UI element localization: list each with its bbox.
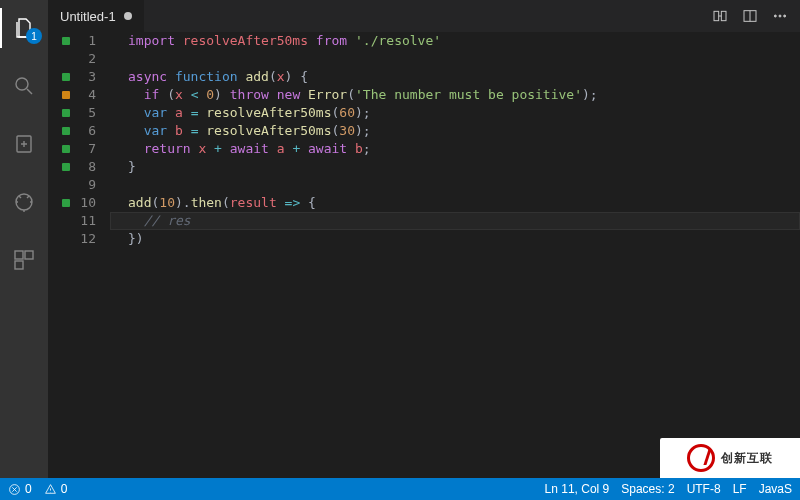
code-line[interactable]: return x + await a + await b; [128,140,800,158]
gutter-row: 1 [48,32,98,50]
tab-untitled[interactable]: Untitled-1 [48,0,145,32]
gutter-row: 8 [48,158,98,176]
tab-bar: Untitled-1 [48,0,800,32]
gutter-row: 5 [48,104,98,122]
files-badge: 1 [26,28,42,44]
svg-rect-7 [721,11,726,20]
status-encoding[interactable]: UTF-8 [687,482,721,496]
code-line[interactable]: import resolveAfter50ms from './resolve' [128,32,800,50]
line-number: 12 [78,230,96,248]
svg-point-0 [16,78,28,90]
svg-point-9 [774,15,776,17]
svg-rect-3 [15,251,23,259]
line-marker-icon [62,37,70,45]
gutter-row: 4 [48,86,98,104]
activity-search-icon[interactable] [0,66,48,106]
code-editor[interactable]: 123456789101112 import resolveAfter50ms … [48,32,800,478]
line-number: 9 [78,176,96,194]
line-marker-icon [62,109,70,117]
line-number: 5 [78,104,96,122]
svg-point-10 [779,15,781,17]
code-line[interactable]: var a = resolveAfter50ms(60); [128,104,800,122]
line-number: 8 [78,158,96,176]
current-line-highlight [110,212,800,230]
status-bar: 0 0 Ln 11, Col 9 Spaces: 2 UTF-8 LF Java… [0,478,800,500]
tab-dirty-dot-icon [124,12,132,20]
compare-changes-icon[interactable] [712,8,728,24]
line-number: 10 [78,194,96,212]
line-marker-icon [62,163,70,171]
line-number: 2 [78,50,96,68]
gutter-row: 6 [48,122,98,140]
status-language[interactable]: JavaS [759,482,792,496]
code-line[interactable]: } [128,158,800,176]
status-cursor[interactable]: Ln 11, Col 9 [545,482,610,496]
line-number: 11 [78,212,96,230]
activity-extensions-icon[interactable] [0,240,48,280]
code-line[interactable]: add(10).then(result => { [128,194,800,212]
code-line[interactable]: var b = resolveAfter50ms(30); [128,122,800,140]
line-marker-icon [62,91,70,99]
status-errors[interactable]: 0 [8,482,32,496]
svg-point-2 [16,194,32,210]
svg-rect-6 [714,11,719,20]
line-number: 1 [78,32,96,50]
line-number: 6 [78,122,96,140]
more-actions-icon[interactable] [772,8,788,24]
line-marker-icon [62,73,70,81]
watermark: 创新互联 [660,438,800,478]
watermark-logo-icon [687,444,715,472]
code-line[interactable]: }) [128,230,800,248]
code-line[interactable] [128,176,800,194]
svg-rect-4 [25,251,33,259]
gutter-row: 12 [48,230,98,248]
gutter-row: 7 [48,140,98,158]
tab-title: Untitled-1 [60,9,116,24]
svg-rect-5 [15,261,23,269]
status-eol[interactable]: LF [733,482,747,496]
code-line[interactable]: if (x < 0) throw new Error('The number m… [128,86,800,104]
line-marker-icon [62,145,70,153]
line-number: 4 [78,86,96,104]
activity-files-icon[interactable]: 1 [0,8,48,48]
svg-point-11 [784,15,786,17]
editor-area: Untitled-1 123456789101112 import resolv… [48,0,800,478]
code-line[interactable]: async function add(x) { [128,68,800,86]
gutter-row: 9 [48,176,98,194]
line-marker-icon [62,199,70,207]
gutter-row: 11 [48,212,98,230]
line-marker-icon [62,127,70,135]
activity-diff-icon[interactable] [0,124,48,164]
gutter-row: 3 [48,68,98,86]
line-number: 3 [78,68,96,86]
watermark-text: 创新互联 [721,450,773,467]
activity-bar: 1 [0,0,48,478]
activity-debug-icon[interactable] [0,182,48,222]
gutter-row: 10 [48,194,98,212]
status-warnings[interactable]: 0 [44,482,68,496]
gutter-row: 2 [48,50,98,68]
split-editor-icon[interactable] [742,8,758,24]
status-spaces[interactable]: Spaces: 2 [621,482,674,496]
line-number: 7 [78,140,96,158]
code-line[interactable] [128,50,800,68]
